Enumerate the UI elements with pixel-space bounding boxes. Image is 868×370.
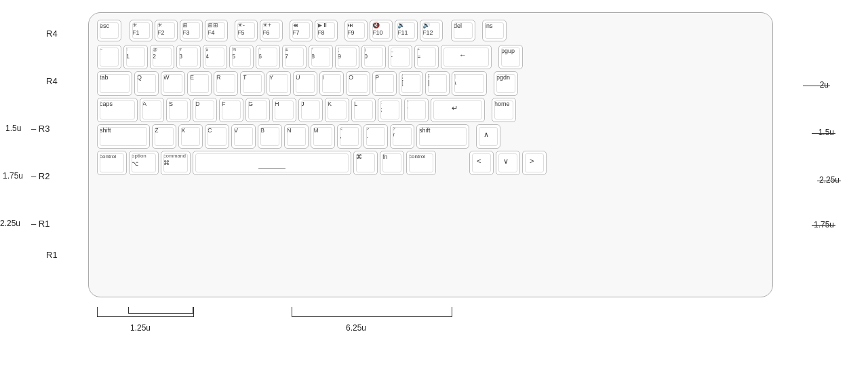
key-del[interactable]: del bbox=[451, 20, 475, 41]
key-backtick[interactable]: ~ ` bbox=[97, 45, 121, 69]
qwerty-row: tab Q W E R T Y U I O P { [ } ] | \ bbox=[97, 71, 764, 96]
key-m[interactable]: M bbox=[311, 124, 335, 149]
key-k[interactable]: K bbox=[325, 98, 349, 122]
key-f5[interactable]: ☀- F5 bbox=[235, 20, 258, 41]
key-w[interactable]: W bbox=[161, 71, 185, 96]
key-enter[interactable]: ↵ bbox=[431, 98, 485, 122]
key-f2[interactable]: ✳ F2 bbox=[155, 20, 178, 41]
key-v[interactable]: V bbox=[231, 124, 256, 149]
key-n[interactable]: N bbox=[284, 124, 309, 149]
key-g[interactable]: G bbox=[245, 98, 270, 122]
key-h[interactable]: H bbox=[272, 98, 296, 122]
key-0[interactable]: ) 0 bbox=[361, 45, 386, 69]
key-backslash[interactable]: | \ bbox=[452, 71, 487, 96]
key-p[interactable]: P bbox=[372, 71, 397, 96]
key-8[interactable]: * 8 bbox=[309, 45, 333, 69]
key-7[interactable]: & 7 bbox=[282, 45, 307, 69]
key-f3[interactable]: ⊞ F3 bbox=[180, 20, 203, 41]
key-y[interactable]: Y bbox=[267, 71, 291, 96]
key-c[interactable]: C bbox=[205, 124, 229, 149]
key-quote[interactable]: " ' bbox=[404, 98, 429, 122]
label-r2-left: – R2 bbox=[31, 171, 50, 181]
key-command-right[interactable]: ⌘ bbox=[353, 151, 378, 175]
key-1[interactable]: ! 1 bbox=[123, 45, 148, 69]
key-semicolon[interactable]: : ; bbox=[378, 98, 402, 122]
key-pgup[interactable]: pgup bbox=[498, 45, 523, 69]
label-1-75u-right: 1.75u bbox=[814, 220, 834, 229]
key-j[interactable]: J bbox=[298, 98, 323, 122]
key-5[interactable]: % 5 bbox=[229, 45, 254, 69]
key-rbracket[interactable]: } ] bbox=[425, 71, 450, 96]
bracket-space-right bbox=[452, 307, 452, 317]
key-f4[interactable]: ⊞⊞ F4 bbox=[205, 20, 228, 41]
key-f8[interactable]: ▶⏸ F8 bbox=[315, 20, 338, 41]
key-3[interactable]: # 3 bbox=[176, 45, 201, 69]
key-u[interactable]: U bbox=[293, 71, 317, 96]
key-b[interactable]: B bbox=[258, 124, 282, 149]
key-rshift[interactable]: shift bbox=[416, 124, 469, 149]
key-f9[interactable]: ⏭ F9 bbox=[344, 20, 368, 41]
bracket-left-1 bbox=[97, 307, 98, 317]
key-x[interactable]: X bbox=[178, 124, 203, 149]
key-slash[interactable]: ? / bbox=[390, 124, 414, 149]
key-d[interactable]: D bbox=[193, 98, 217, 122]
key-option[interactable]: option ⌥ bbox=[129, 151, 159, 175]
key-ins[interactable]: ins bbox=[482, 20, 507, 41]
arrow-cluster bbox=[443, 151, 467, 162]
key-right[interactable]: > bbox=[522, 151, 547, 175]
key-f[interactable]: F bbox=[219, 98, 243, 122]
spacebar-line bbox=[258, 168, 285, 169]
key-left[interactable]: < bbox=[469, 151, 494, 175]
key-e[interactable]: E bbox=[187, 71, 212, 96]
key-f6[interactable]: ☀+ F6 bbox=[260, 20, 283, 41]
key-2[interactable]: @ 2 bbox=[150, 45, 174, 69]
key-s[interactable]: S bbox=[166, 98, 191, 122]
key-f11[interactable]: 🔉 F11 bbox=[395, 20, 418, 41]
key-home[interactable]: home bbox=[492, 98, 516, 122]
key-comma[interactable]: < , bbox=[337, 124, 361, 149]
key-lshift[interactable]: shift bbox=[97, 124, 150, 149]
key-lctrl[interactable]: control bbox=[97, 151, 127, 175]
key-f7[interactable]: ⏮ F7 bbox=[290, 20, 313, 41]
key-lbracket[interactable]: { [ bbox=[399, 71, 423, 96]
key-esc[interactable]: esc bbox=[97, 20, 121, 41]
key-caps[interactable]: caps bbox=[97, 98, 138, 122]
key-l[interactable]: L bbox=[351, 98, 376, 122]
asdf-row: caps A S D F G H J K L : ; " ' ↵ home bbox=[97, 98, 764, 122]
key-f12[interactable]: 🔊 F12 bbox=[420, 20, 443, 41]
key-pgdn[interactable]: pgdn bbox=[494, 71, 518, 96]
key-rctrl[interactable]: control bbox=[406, 151, 436, 175]
key-6[interactable]: ^ 6 bbox=[256, 45, 280, 69]
label-2u-right: 2u bbox=[820, 80, 829, 90]
key-t[interactable]: T bbox=[240, 71, 264, 96]
key-tab[interactable]: tab bbox=[97, 71, 132, 96]
key-4[interactable]: $ 4 bbox=[203, 45, 227, 69]
key-minus[interactable]: _ - bbox=[388, 45, 412, 69]
key-9[interactable]: ( 9 bbox=[335, 45, 359, 69]
line-2u bbox=[803, 86, 830, 86]
key-f10[interactable]: 🔇 F10 bbox=[370, 20, 393, 41]
label-6-25u: 6.25u bbox=[346, 323, 366, 333]
key-r[interactable]: R bbox=[214, 71, 238, 96]
key-command-left[interactable]: command ⌘ bbox=[161, 151, 191, 175]
key-up[interactable]: ∧ bbox=[476, 124, 500, 149]
key-equals[interactable]: + = bbox=[414, 45, 439, 69]
num-row: ~ ` ! 1 @ 2 # 3 $ 4 % bbox=[97, 45, 764, 69]
bracket-space-bottom bbox=[292, 316, 452, 317]
key-period[interactable]: > . bbox=[363, 124, 388, 149]
bracket-inner-2 bbox=[193, 307, 193, 314]
key-backspace[interactable]: ← bbox=[441, 45, 492, 69]
label-2-25u-right: 2.25u bbox=[819, 175, 840, 185]
label-1-5u-right: 1.5u bbox=[818, 128, 834, 137]
key-z[interactable]: Z bbox=[152, 124, 176, 149]
key-i[interactable]: I bbox=[319, 71, 344, 96]
key-space[interactable] bbox=[193, 151, 351, 175]
key-down[interactable]: ∨ bbox=[496, 151, 520, 175]
key-q[interactable]: Q bbox=[134, 71, 159, 96]
key-a[interactable]: A bbox=[140, 98, 164, 122]
key-fn[interactable]: fn bbox=[380, 151, 404, 175]
key-f1[interactable]: ✳ F1 bbox=[130, 20, 153, 41]
bracket-bottom-1 bbox=[97, 316, 194, 317]
key-o[interactable]: O bbox=[346, 71, 370, 96]
label-1-75u-left: 1.75u bbox=[3, 171, 23, 181]
